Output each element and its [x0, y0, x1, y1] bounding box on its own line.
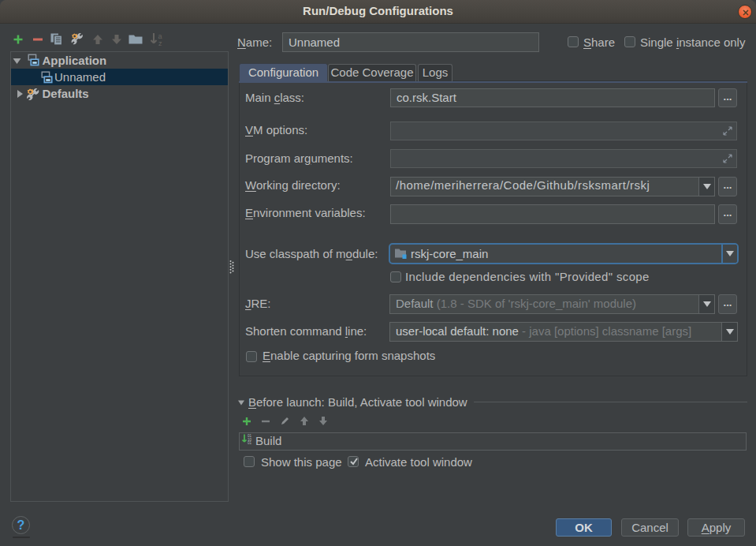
svg-text:z: z	[158, 39, 162, 47]
svg-text:01: 01	[248, 441, 252, 444]
